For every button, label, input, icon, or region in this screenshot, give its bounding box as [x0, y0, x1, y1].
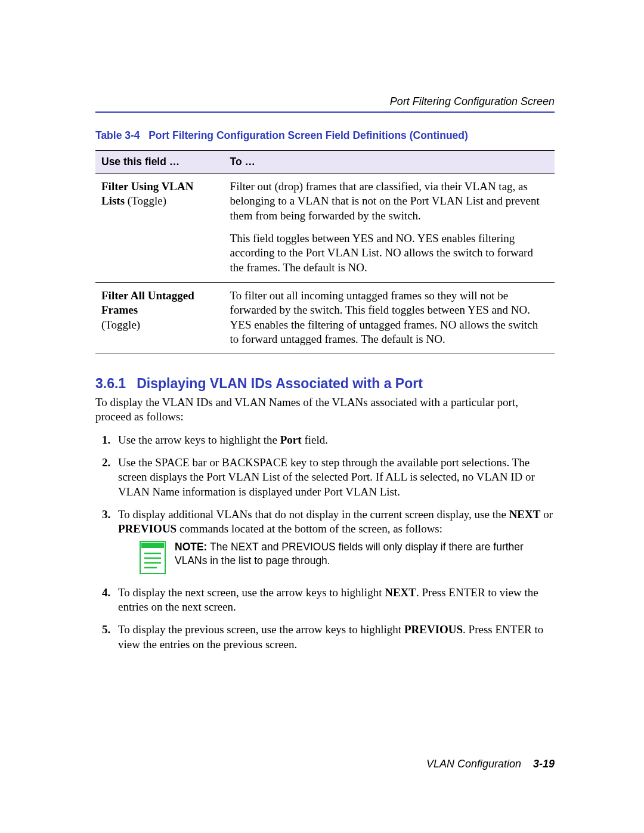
section-heading: 3.6.1Displaying VLAN IDs Associated with…: [95, 376, 555, 392]
field-desc-cell: To filter out all incoming untagged fram…: [224, 282, 555, 354]
table-row: Filter Using VLAN Lists (Toggle) Filter …: [95, 174, 555, 283]
step-text: or: [540, 508, 553, 521]
note-text: NOTE: The NEXT and PREVIOUS fields will …: [175, 540, 555, 568]
step-text: Use the SPACE bar or BACKSPACE key to st…: [118, 456, 535, 498]
step-bold: Port: [280, 433, 302, 446]
list-item: Use the SPACE bar or BACKSPACE key to st…: [113, 456, 555, 499]
section-intro: To display the VLAN IDs and VLAN Names o…: [95, 395, 555, 425]
step-text: To display additional VLANs that do not …: [118, 508, 509, 521]
step-text: field.: [302, 433, 328, 446]
running-header: Port Filtering Configuration Screen: [95, 95, 555, 108]
col-header-to: To …: [224, 151, 555, 174]
field-desc-para: Filter out (drop) frames that are classi…: [230, 179, 549, 223]
step-bold: PREVIOUS: [404, 623, 463, 636]
step-bold: NEXT: [509, 508, 541, 521]
steps-list: Use the arrow keys to highlight the Port…: [95, 433, 555, 652]
note-body: The NEXT and PREVIOUS fields will only d…: [175, 541, 524, 567]
footer-page-number: 3-19: [533, 758, 555, 770]
header-rule: [95, 112, 555, 113]
field-desc-cell: Filter out (drop) frames that are classi…: [224, 174, 555, 283]
step-text: Use the arrow keys to highlight the: [118, 433, 280, 446]
field-name-plain: (Toggle): [125, 194, 166, 207]
svg-rect-1: [141, 543, 164, 548]
field-name-cell: Filter All Untagged Frames (Toggle): [95, 282, 224, 354]
step-bold: PREVIOUS: [118, 522, 177, 535]
section-title: Displaying VLAN IDs Associated with a Po…: [137, 376, 423, 391]
list-item: To display the next screen, use the arro…: [113, 586, 555, 615]
page: Port Filtering Configuration Screen Tabl…: [0, 0, 644, 833]
table-caption-text: Port Filtering Configuration Screen Fiel…: [148, 129, 468, 141]
field-definitions-table: Use this field … To … Filter Using VLAN …: [95, 150, 555, 354]
field-desc-para: This field toggles between YES and NO. Y…: [230, 231, 549, 275]
field-name-bold: Filter All Untagged Frames: [101, 289, 194, 316]
table-header-row: Use this field … To …: [95, 151, 555, 174]
page-footer: VLAN Configuration3-19: [426, 758, 555, 770]
note-block: NOTE: The NEXT and PREVIOUS fields will …: [139, 540, 555, 575]
table-row: Filter All Untagged Frames (Toggle) To f…: [95, 282, 555, 354]
note-icon: [139, 540, 166, 575]
step-text: commands located at the bottom of the sc…: [177, 522, 442, 535]
field-name-cell: Filter Using VLAN Lists (Toggle): [95, 174, 224, 283]
table-caption: Table 3-4 Port Filtering Configuration S…: [95, 129, 555, 142]
list-item: Use the arrow keys to highlight the Port…: [113, 433, 555, 447]
field-desc-para: To filter out all incoming untagged fram…: [230, 289, 549, 346]
note-label: NOTE:: [175, 541, 207, 553]
col-header-field: Use this field …: [95, 151, 224, 174]
section-number: 3.6.1: [95, 376, 126, 391]
field-name-plain: (Toggle): [101, 318, 140, 331]
list-item: To display additional VLANs that do not …: [113, 507, 555, 575]
step-bold: NEXT: [385, 586, 416, 599]
table-number: Table 3-4: [95, 129, 140, 141]
list-item: To display the previous screen, use the …: [113, 623, 555, 652]
footer-doc-title: VLAN Configuration: [426, 758, 521, 770]
step-text: To display the next screen, use the arro…: [118, 586, 385, 599]
step-text: To display the previous screen, use the …: [118, 623, 404, 636]
